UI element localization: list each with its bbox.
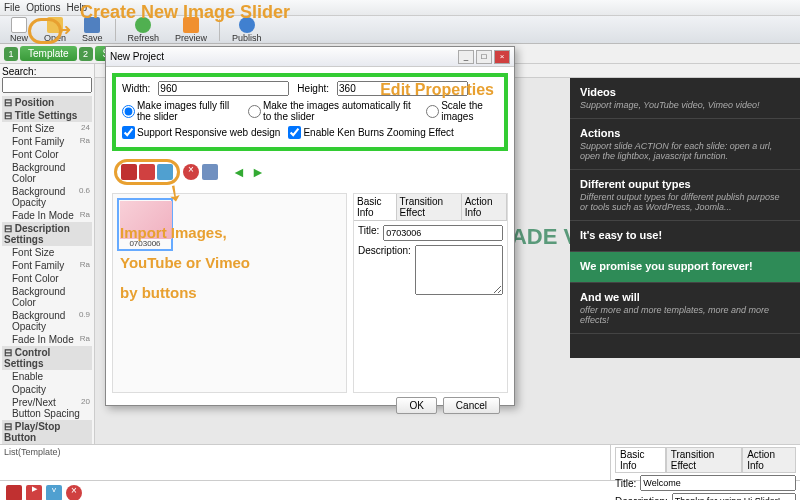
dialog-tab-basic[interactable]: Basic Info — [354, 194, 397, 220]
anno-arrow-1: ➜ — [58, 20, 71, 39]
tree-item[interactable]: Font FamilyRa — [2, 259, 92, 272]
refresh-button[interactable]: Refresh — [122, 16, 166, 44]
tree-item[interactable]: Fade In ModeRa — [2, 333, 92, 346]
tree-item[interactable]: Enable — [2, 370, 92, 383]
search-label: Search: — [2, 66, 36, 77]
swap-icon[interactable] — [202, 164, 218, 180]
dlg-desc-label: Description: — [358, 245, 411, 256]
ok-button[interactable]: OK — [396, 397, 436, 414]
close-button[interactable]: × — [494, 50, 510, 64]
remove-icon[interactable]: × — [183, 164, 199, 180]
new-icon — [11, 17, 27, 33]
menu-options[interactable]: Options — [26, 2, 60, 13]
properties-box: Edit Properties Width: Height: Make imag… — [112, 73, 508, 151]
tree-item[interactable]: Prev/Next Button Spacing20 — [2, 396, 92, 420]
check-kenburns[interactable]: Enable Ken Burns Zooming Effect — [288, 126, 453, 139]
minimize-button[interactable]: _ — [458, 50, 474, 64]
delete-icon[interactable]: × — [66, 485, 82, 500]
menu-help[interactable]: Help — [67, 2, 88, 13]
radio-scale[interactable]: Scale the images — [426, 100, 498, 122]
tree-group[interactable]: ⊟ Control Settings — [2, 346, 92, 370]
import-vimeo-icon[interactable] — [157, 164, 173, 180]
tree-item[interactable]: Background Color — [2, 285, 92, 309]
dialog-title: New Project — [110, 51, 164, 62]
dlg-desc-input[interactable] — [415, 245, 503, 295]
tree-item[interactable]: Background Opacity0.9 — [2, 309, 92, 333]
slide-item[interactable]: VideosSupport image, YouTube video, Vime… — [570, 78, 800, 119]
refresh-icon — [135, 17, 151, 33]
tree-item[interactable]: Font FamilyRa — [2, 135, 92, 148]
tree-group[interactable]: ⊟ Title Settings — [2, 109, 92, 122]
bottom-tab-transition[interactable]: Transition Effect — [666, 447, 742, 473]
slide-item[interactable]: We promise you support forever! — [570, 252, 800, 283]
cancel-button[interactable]: Cancel — [443, 397, 500, 414]
tree-item[interactable]: Font Color — [2, 272, 92, 285]
import-youtube-icon[interactable] — [139, 164, 155, 180]
radio-fit[interactable]: Make the images automatically fit to the… — [248, 100, 418, 122]
bottom-panel: List(Template) Basic Info Transition Eff… — [0, 444, 800, 480]
tab-num-1[interactable]: 1 — [4, 47, 18, 61]
tree-item[interactable]: Font Size — [2, 246, 92, 259]
height-label: Height: — [297, 83, 329, 94]
slider-preview: VideosSupport image, YouTube video, Vime… — [570, 78, 800, 358]
tab-template[interactable]: Template — [20, 46, 77, 61]
bottom-title-label: Title: — [615, 478, 636, 489]
publish-icon — [239, 17, 255, 33]
bottom-title-input[interactable] — [640, 475, 796, 491]
publish-button[interactable]: Publish — [226, 16, 268, 44]
tab-num-2[interactable]: 2 — [79, 47, 93, 61]
list-label: List(Template) — [4, 447, 606, 457]
dialog-tab-transition[interactable]: Transition Effect — [397, 194, 462, 220]
preview-button[interactable]: Preview — [169, 16, 213, 44]
bottom-tab-basic[interactable]: Basic Info — [615, 447, 666, 473]
radio-fill[interactable]: Make images fully fill the slider — [122, 100, 240, 122]
thumb-caption: 0703006 — [120, 239, 170, 248]
tree-item[interactable]: Font Size24 — [2, 122, 92, 135]
check-responsive[interactable]: Support Responsive web design — [122, 126, 280, 139]
tree-item[interactable]: Font Color — [2, 148, 92, 161]
import-image-icon[interactable] — [121, 164, 137, 180]
prev-icon[interactable]: ◄ — [232, 164, 248, 180]
slide-item[interactable]: ActionsSupport slide ACTION for each sli… — [570, 119, 800, 170]
toolbar: New Open Save Refresh Preview Publish — [0, 16, 800, 44]
slide-item[interactable]: It's easy to use! — [570, 221, 800, 252]
dialog-thumb[interactable]: 0703006 — [117, 198, 173, 251]
tree-item[interactable]: Fade In ModeRa — [2, 209, 92, 222]
tree-group[interactable]: ⊟ Position — [2, 96, 92, 109]
tree-group[interactable]: ⊟ Description Settings — [2, 222, 92, 246]
add-vimeo-icon[interactable]: v — [46, 485, 62, 500]
menubar: File Options Help — [0, 0, 800, 16]
height-input[interactable] — [337, 81, 468, 96]
dialog-tab-action[interactable]: Action Info — [462, 194, 507, 220]
menu-file[interactable]: File — [4, 2, 20, 13]
thumb-image — [120, 201, 172, 239]
width-label: Width: — [122, 83, 150, 94]
dlg-title-label: Title: — [358, 225, 379, 236]
save-button[interactable]: Save — [76, 16, 109, 44]
preview-icon — [183, 17, 199, 33]
bottom-desc-label: Description: — [615, 496, 668, 501]
dlg-title-input[interactable] — [383, 225, 503, 241]
search-input[interactable] — [2, 77, 92, 93]
tree-group[interactable]: ⊟ Play/Stop Button — [2, 420, 92, 444]
property-sidebar: Search: ⊟ Position⊟ Title SettingsFont S… — [0, 64, 95, 444]
next-icon[interactable]: ► — [251, 164, 267, 180]
new-button[interactable]: New — [4, 16, 34, 44]
tree-item[interactable]: Opacity — [2, 383, 92, 396]
slide-item[interactable]: And we willoffer more and more templates… — [570, 283, 800, 334]
tree-item[interactable]: Background Opacity0.6 — [2, 185, 92, 209]
bottom-tab-action[interactable]: Action Info — [742, 447, 796, 473]
new-project-dialog: New Project _ □ × Edit Properties Width:… — [105, 46, 515, 406]
tree-item[interactable]: Background Color — [2, 161, 92, 185]
save-icon — [84, 17, 100, 33]
slide-item[interactable]: Different ouput typesDifferent output ty… — [570, 170, 800, 221]
add-youtube-icon[interactable]: ▶ — [26, 485, 42, 500]
maximize-button[interactable]: □ — [476, 50, 492, 64]
width-input[interactable] — [158, 81, 289, 96]
bottom-desc-input[interactable] — [672, 493, 796, 500]
dialog-thumb-list[interactable]: 0703006 — [112, 193, 347, 393]
add-image-icon[interactable] — [6, 485, 22, 500]
